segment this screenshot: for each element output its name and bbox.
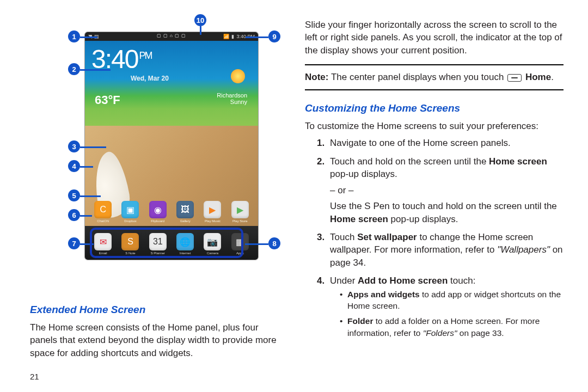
device-mock: ◥▤ ▢ ▢ ⌂ ▢ ▢ 📶 ▮ 3:40 PM 3:40PM Wed, Mar…	[84, 32, 259, 260]
app-icon: ▣	[121, 201, 139, 218]
app-label: S Planner	[147, 252, 169, 255]
app-label: Flipboard	[147, 219, 169, 223]
app-label: Internet	[174, 252, 196, 255]
app-icon: 31	[149, 233, 167, 250]
app-icon: ▶	[231, 201, 249, 218]
battery-icon: ▮	[231, 34, 234, 39]
callout-4: 4	[68, 160, 80, 172]
app-label: Play Music	[201, 219, 223, 223]
step-4: 4. Under Add to Home screen touch: Apps …	[317, 274, 564, 339]
callout-6: 6	[68, 209, 80, 221]
callout-2: 2	[68, 63, 80, 75]
app-label: Play Store	[229, 219, 251, 223]
app-icon: ▶	[204, 201, 221, 218]
app-icon: 🖼	[176, 201, 194, 218]
primary-dock: ✉EmailSS Note31S Planner🌐Internet📷Camera…	[85, 226, 258, 260]
panel-indicator: ▢ ▢ ⌂ ▢ ▢	[157, 33, 187, 38]
weather-temp: 63°F	[95, 93, 120, 107]
callout-10: 10	[194, 14, 206, 26]
app-label: S Note	[119, 252, 141, 255]
bullet-apps-widgets: Apps and widgets to add app or widget sh…	[340, 289, 564, 312]
heading-extended-home: Extended Home Screen	[30, 304, 283, 316]
app-label: Apps	[229, 252, 251, 255]
callout-8: 8	[268, 237, 280, 249]
callout-5: 5	[68, 189, 80, 201]
app-label: Email	[92, 252, 114, 255]
app-label: Gallery	[174, 219, 196, 223]
heading-customizing: Customizing the Home Screens	[305, 102, 564, 114]
callout-7: 7	[68, 237, 80, 249]
clock-date: Wed, Mar 20	[131, 75, 169, 82]
app-label: ChatON	[92, 219, 114, 223]
para-scroll: Slide your finger horizontally across th…	[305, 19, 564, 57]
clock-weather-widget: 3:40PM Wed, Mar 20 63°F Richardson Sunny	[85, 41, 258, 126]
shortcut-row: CChatON▣Dropbox◉Flipboard🖼Gallery▶Play M…	[85, 201, 258, 223]
wallpaper-area: CChatON▣Dropbox◉Flipboard🖼Gallery▶Play M…	[85, 126, 258, 226]
note-block: Note: The center panel displays when you…	[305, 64, 564, 90]
weather-icon	[231, 69, 245, 83]
para-customize-intro: To customize the Home screens to suit yo…	[305, 120, 564, 132]
step-1: 1.Navigate to one of the Home screen pan…	[317, 137, 564, 149]
page-number: 21	[30, 372, 39, 381]
bullet-folder: Folder to add a folder on a Home screen.…	[340, 315, 564, 339]
status-bar: ◥▤ ▢ ▢ ⌂ ▢ ▢ 📶 ▮ 3:40 PM	[85, 32, 258, 41]
callout-1: 1	[68, 30, 80, 42]
callout-3: 3	[68, 140, 80, 152]
wifi-icon: 📶	[223, 34, 229, 39]
app-icon: C	[94, 201, 112, 218]
step-3: 3. Touch Set wallpaper to change the Hom…	[317, 231, 564, 269]
app-label: Camera	[201, 252, 223, 255]
app-label: Dropbox	[119, 219, 141, 223]
app-icon: ◉	[149, 201, 167, 218]
app-icon: 🌐	[176, 233, 194, 250]
step-2: 2. Touch and hold on the screen until th…	[317, 155, 564, 225]
para-extended-home: The Home screen consists of the Home pan…	[30, 321, 283, 359]
app-icon: 📷	[204, 233, 221, 250]
app-icon: ✉	[94, 233, 112, 250]
weather-label: Richardson Sunny	[217, 92, 247, 105]
callout-9: 9	[268, 30, 280, 42]
app-icon: ▦	[231, 233, 249, 250]
app-icon: S	[121, 233, 139, 250]
home-screen-figure: 1 2 3 4 5 6 7 9 8 10	[30, 27, 283, 283]
home-button-icon	[507, 74, 522, 82]
